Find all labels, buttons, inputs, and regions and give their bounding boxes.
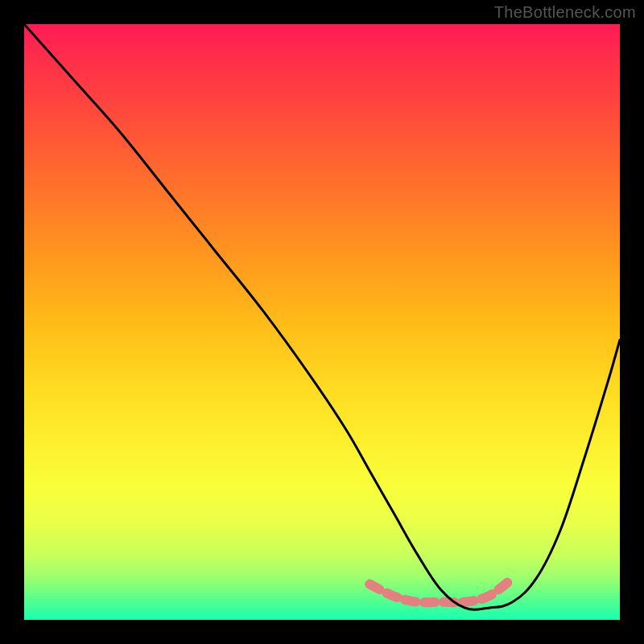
bottleneck-curve-path xyxy=(24,24,620,609)
chart-plot-area xyxy=(24,24,620,620)
chart-svg xyxy=(24,24,620,620)
watermark-text: TheBottleneck.com xyxy=(494,3,636,22)
